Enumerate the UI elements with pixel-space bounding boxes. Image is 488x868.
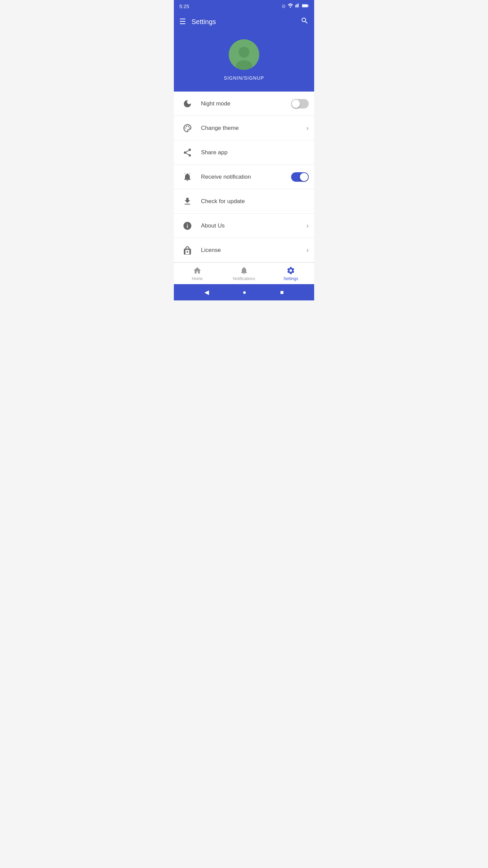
share-app-item[interactable]: Share app	[174, 140, 314, 165]
search-button[interactable]	[301, 17, 309, 27]
app-bar-title: Settings	[191, 18, 216, 26]
theme-icon	[179, 120, 196, 136]
toggle-thumb	[292, 100, 300, 108]
toggle-thumb-on	[300, 173, 308, 181]
notifications-icon	[240, 266, 248, 275]
svg-rect-3	[302, 5, 307, 7]
update-icon	[179, 193, 196, 210]
home-nav-label: Home	[192, 276, 203, 281]
notification-toggle[interactable]	[291, 172, 309, 182]
change-theme-arrow: ›	[306, 124, 309, 132]
about-us-label: About Us	[201, 222, 306, 229]
home-icon	[193, 266, 202, 275]
check-update-item[interactable]: Check for update	[174, 189, 314, 214]
svg-point-5	[239, 47, 249, 58]
share-icon	[179, 144, 196, 161]
header-section: SIGNIN/SIGNUP	[174, 31, 314, 92]
recent-button[interactable]: ■	[280, 289, 284, 296]
notifications-nav-label: Notifications	[233, 276, 255, 281]
settings-list: Night mode Change theme › Share app	[174, 92, 314, 262]
receive-notification-item[interactable]: Receive notification	[174, 165, 314, 189]
svg-point-7	[185, 127, 186, 129]
wifi-icon	[288, 3, 293, 9]
about-us-arrow: ›	[306, 222, 309, 230]
license-arrow: ›	[306, 246, 309, 254]
bottom-nav: Home Notifications Settings	[174, 262, 314, 284]
signin-button[interactable]: SIGNIN/SIGNUP	[224, 75, 264, 81]
receive-notification-label: Receive notification	[201, 174, 291, 180]
sync-icon: ⊙	[282, 3, 286, 9]
share-app-label: Share app	[201, 149, 309, 156]
svg-rect-2	[308, 5, 308, 6]
status-bar: 5:25 ⊙	[174, 0, 314, 12]
license-label: License	[201, 247, 306, 254]
check-update-label: Check for update	[201, 198, 309, 205]
nav-home[interactable]: Home	[174, 266, 221, 281]
license-item[interactable]: License ›	[174, 238, 314, 262]
settings-nav-label: Settings	[283, 276, 298, 281]
night-mode-toggle[interactable]	[291, 99, 309, 108]
home-button[interactable]: ●	[243, 289, 246, 296]
nav-settings[interactable]: Settings	[267, 266, 314, 281]
night-mode-label: Night mode	[201, 100, 291, 107]
menu-button[interactable]: ☰	[179, 17, 186, 26]
avatar-graphic	[229, 39, 259, 70]
avatar-container[interactable]	[229, 39, 259, 70]
app-bar-left: ☰ Settings	[179, 17, 216, 26]
signal-icon	[295, 3, 300, 9]
svg-point-0	[290, 7, 291, 8]
back-button[interactable]: ◀	[204, 289, 209, 296]
notification-icon	[179, 169, 196, 185]
night-mode-item[interactable]: Night mode	[174, 92, 314, 116]
app-bar: ☰ Settings	[174, 12, 314, 31]
change-theme-item[interactable]: Change theme ›	[174, 116, 314, 140]
nav-notifications[interactable]: Notifications	[221, 266, 267, 281]
status-icons: ⊙	[282, 3, 309, 9]
settings-icon	[286, 266, 295, 275]
night-icon	[179, 96, 196, 112]
avatar	[229, 39, 259, 70]
about-us-item[interactable]: About Us ›	[174, 214, 314, 238]
about-icon	[179, 218, 196, 234]
license-icon	[179, 242, 196, 258]
status-time: 5:25	[179, 3, 189, 9]
svg-point-9	[188, 126, 189, 127]
battery-icon	[302, 3, 309, 9]
svg-point-8	[186, 126, 187, 127]
change-theme-label: Change theme	[201, 125, 306, 132]
android-nav: ◀ ● ■	[174, 284, 314, 300]
svg-point-10	[189, 127, 190, 129]
